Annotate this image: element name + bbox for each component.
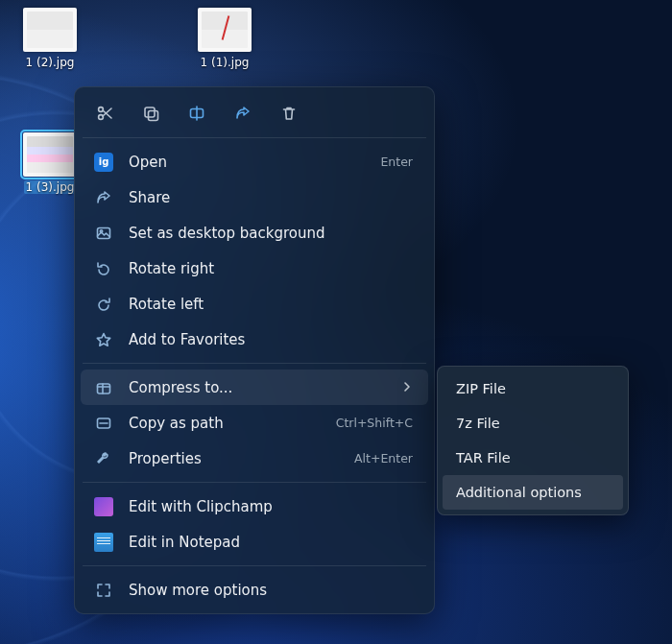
menu-item-copy-path[interactable]: Copy as path Ctrl+Shift+C — [81, 405, 428, 441]
star-icon — [94, 330, 113, 349]
file-label: 1 (3).jpg — [24, 180, 77, 194]
menu-hint: Ctrl+Shift+C — [336, 416, 413, 430]
picture-icon — [94, 224, 113, 243]
menu-item-compress[interactable]: Compress to... — [81, 370, 428, 405]
submenu-label: TAR File — [456, 450, 511, 465]
rename-button[interactable] — [186, 103, 207, 124]
separator — [83, 363, 426, 364]
svg-point-6 — [100, 229, 102, 231]
menu-item-notepad[interactable]: Edit in Notepad — [81, 524, 428, 560]
file-thumbnail — [198, 8, 252, 52]
scissors-icon — [96, 105, 113, 122]
file-label: 1 (1).jpg — [201, 56, 250, 69]
svg-rect-7 — [98, 384, 110, 394]
menu-item-rotate-left[interactable]: Rotate left — [81, 286, 428, 322]
trash-icon — [280, 105, 298, 122]
separator — [83, 482, 426, 483]
menu-hint: Enter — [380, 155, 413, 169]
compress-submenu: ZIP File 7z File TAR File Additional opt… — [437, 366, 629, 515]
archive-icon — [94, 378, 113, 397]
open-app-icon — [94, 153, 113, 172]
rotate-right-icon — [94, 259, 113, 278]
menu-label: Edit in Notepad — [129, 534, 413, 551]
menu-item-open[interactable]: Open Enter — [81, 144, 428, 179]
menu-label: Edit with Clipchamp — [129, 498, 413, 515]
share-button[interactable] — [232, 103, 253, 124]
notepad-icon — [94, 533, 113, 552]
share-icon — [234, 105, 252, 122]
context-menu: Open Enter Share Set as desktop backgrou… — [74, 86, 435, 614]
context-toolbar — [75, 93, 434, 131]
menu-label: Set as desktop background — [129, 225, 413, 242]
expand-icon — [94, 581, 113, 600]
menu-label: Compress to... — [129, 379, 386, 396]
submenu-item-additional[interactable]: Additional options — [443, 475, 623, 510]
menu-label: Add to Favorites — [129, 331, 413, 348]
desktop-icon[interactable]: 1 (1).jpg — [190, 8, 259, 69]
menu-label: Show more options — [129, 582, 413, 599]
separator — [83, 137, 426, 138]
svg-rect-2 — [145, 107, 155, 117]
menu-item-share[interactable]: Share — [81, 179, 428, 215]
submenu-label: 7z File — [456, 416, 500, 431]
submenu-label: Additional options — [456, 485, 582, 500]
file-thumbnail — [23, 8, 77, 52]
menu-item-properties[interactable]: Properties Alt+Enter — [81, 441, 428, 476]
menu-label: Open — [129, 154, 365, 171]
submenu-item-zip[interactable]: ZIP File — [443, 371, 623, 406]
copy-path-icon — [94, 414, 113, 433]
menu-label: Rotate right — [129, 260, 413, 277]
svg-rect-3 — [149, 111, 158, 121]
cut-button[interactable] — [94, 103, 115, 124]
menu-hint: Alt+Enter — [354, 451, 413, 465]
wrench-icon — [94, 449, 113, 468]
menu-item-rotate-right[interactable]: Rotate right — [81, 250, 428, 286]
menu-label: Rotate left — [129, 296, 413, 313]
menu-item-clipchamp[interactable]: Edit with Clipchamp — [81, 489, 428, 524]
file-label: 1 (2).jpg — [26, 56, 75, 69]
menu-label: Properties — [129, 450, 339, 467]
chevron-right-icon — [401, 380, 413, 395]
submenu-item-7z[interactable]: 7z File — [443, 406, 623, 441]
menu-label: Share — [129, 189, 413, 206]
desktop-icon[interactable]: 1 (2).jpg — [15, 8, 84, 69]
menu-item-more-options[interactable]: Show more options — [81, 572, 428, 608]
clipchamp-icon — [94, 497, 113, 516]
file-thumbnail — [23, 132, 77, 177]
rotate-left-icon — [94, 295, 113, 314]
copy-button[interactable] — [140, 103, 161, 124]
submenu-item-tar[interactable]: TAR File — [443, 441, 623, 475]
menu-item-favorites[interactable]: Add to Favorites — [81, 322, 428, 357]
separator — [83, 565, 426, 566]
menu-label: Copy as path — [129, 415, 321, 432]
rename-icon — [188, 105, 205, 122]
share-icon — [94, 188, 113, 207]
menu-item-wallpaper[interactable]: Set as desktop background — [81, 215, 428, 250]
copy-icon — [142, 105, 159, 122]
submenu-label: ZIP File — [456, 381, 506, 396]
delete-button[interactable] — [278, 103, 300, 124]
